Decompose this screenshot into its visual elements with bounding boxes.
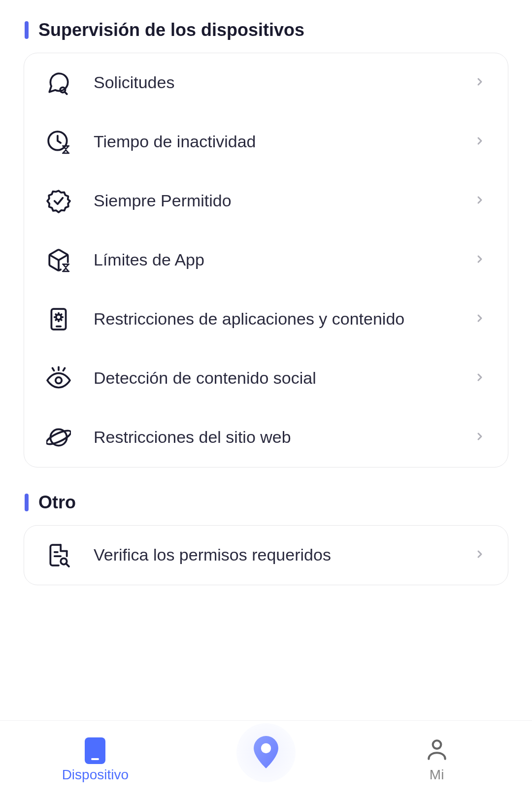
chevron-right-icon (474, 253, 486, 267)
user-icon (425, 737, 449, 764)
supervision-card: Solicitudes Tiempo de inactividad (24, 53, 508, 467)
item-restricciones-web[interactable]: Restricciones del sitio web (24, 408, 508, 467)
section-title: Otro (38, 492, 76, 513)
nav-label: Dispositivo (62, 767, 129, 783)
item-deteccion-contenido[interactable]: Detección de contenido social (24, 349, 508, 408)
item-solicitudes[interactable]: Solicitudes (24, 53, 508, 112)
device-icon (85, 737, 105, 764)
svg-line-12 (61, 319, 62, 320)
svg-line-11 (56, 314, 57, 315)
svg-line-14 (56, 319, 57, 320)
cube-hourglass-icon (46, 248, 76, 272)
svg-line-18 (63, 368, 65, 370)
nav-dispositivo[interactable]: Dispositivo (46, 737, 144, 783)
device-gear-icon (46, 307, 76, 332)
doc-search-icon (46, 543, 76, 567)
clock-hourglass-icon (46, 130, 76, 154)
main-content: Supervisión de los dispositivos Solicitu… (0, 0, 532, 595)
section-marker (25, 494, 29, 511)
eye-sparkle-icon (46, 366, 76, 391)
item-verifica-permisos[interactable]: Verifica los permisos requeridos (24, 526, 508, 585)
svg-line-1 (65, 92, 67, 94)
chevron-right-icon (474, 76, 486, 90)
item-label: Tiempo de inactividad (76, 131, 474, 153)
item-label: Siempre Permitido (76, 190, 474, 212)
item-siempre-permitido[interactable]: Siempre Permitido (24, 171, 508, 231)
svg-point-20 (46, 428, 71, 447)
otro-card: Verifica los permisos requeridos (24, 525, 508, 585)
item-label: Límites de App (76, 249, 474, 271)
chevron-right-icon (474, 431, 486, 444)
planet-icon (46, 425, 76, 450)
nav-mi[interactable]: Mi (388, 737, 486, 783)
item-label: Solicitudes (76, 71, 474, 94)
svg-line-13 (61, 314, 62, 315)
item-restricciones-apps[interactable]: Restricciones de aplicaciones y contenid… (24, 290, 508, 349)
chat-search-icon (46, 70, 76, 95)
item-tiempo-inactividad[interactable]: Tiempo de inactividad (24, 112, 508, 171)
chevron-right-icon (474, 548, 486, 562)
section-marker (25, 21, 29, 39)
chevron-right-icon (474, 135, 486, 149)
svg-line-17 (53, 368, 54, 370)
svg-point-15 (56, 377, 62, 384)
section-title: Supervisión de los dispositivos (38, 20, 304, 40)
svg-point-25 (261, 743, 271, 753)
svg-line-24 (66, 564, 69, 566)
item-label: Detección de contenido social (76, 367, 474, 390)
location-pin-icon (252, 736, 280, 769)
nav-location-button[interactable] (236, 723, 296, 782)
item-label: Restricciones del sitio web (76, 426, 474, 449)
item-label: Restricciones de aplicaciones y contenid… (76, 308, 474, 331)
section-header-supervision: Supervisión de los dispositivos (0, 10, 532, 53)
chevron-right-icon (474, 371, 486, 385)
svg-point-26 (432, 740, 441, 749)
section-header-otro: Otro (0, 482, 532, 525)
chevron-right-icon (474, 194, 486, 208)
badge-check-icon (46, 189, 76, 213)
nav-label: Mi (430, 767, 444, 783)
chevron-right-icon (474, 312, 486, 326)
bottom-nav: Dispositivo Mi (0, 720, 532, 799)
item-label: Verifica los permisos requeridos (76, 544, 474, 566)
item-limites-app[interactable]: Límites de App (24, 231, 508, 290)
